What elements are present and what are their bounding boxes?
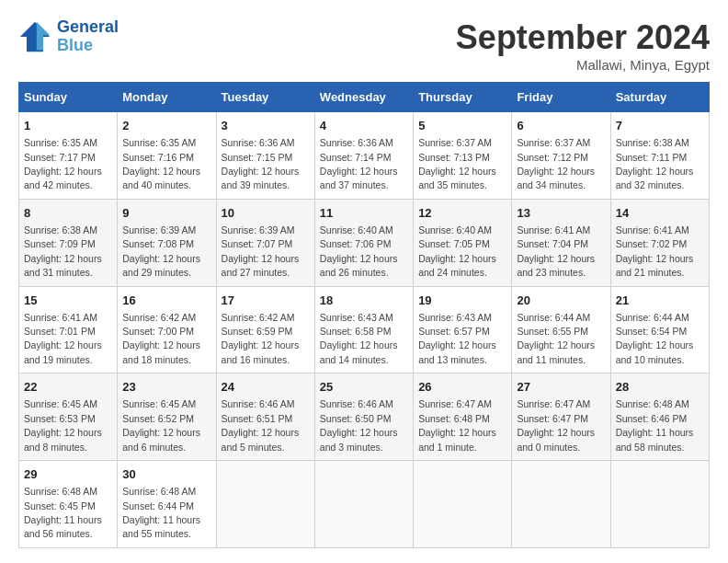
calendar-cell: 5 Sunrise: 6:37 AMSunset: 7:13 PMDayligh… xyxy=(414,112,512,200)
day-info: Sunrise: 6:47 AMSunset: 6:48 PMDaylight:… xyxy=(418,398,496,452)
calendar-cell: 12 Sunrise: 6:40 AMSunset: 7:05 PMDaylig… xyxy=(414,199,512,286)
day-number: 15 xyxy=(24,293,112,309)
month-title: September 2024 xyxy=(456,18,710,57)
day-number: 21 xyxy=(616,293,704,309)
weekday-header: Sunday xyxy=(19,83,118,112)
day-info: Sunrise: 6:44 AMSunset: 6:54 PMDaylight:… xyxy=(616,312,694,365)
day-info: Sunrise: 6:42 AMSunset: 7:00 PMDaylight:… xyxy=(122,312,200,365)
day-number: 2 xyxy=(122,118,210,134)
day-info: Sunrise: 6:41 AMSunset: 7:04 PMDaylight:… xyxy=(517,224,595,278)
day-info: Sunrise: 6:35 AMSunset: 7:16 PMDaylight:… xyxy=(122,137,200,190)
calendar-cell: 14 Sunrise: 6:41 AMSunset: 7:02 PMDaylig… xyxy=(610,199,709,286)
calendar-cell: 28 Sunrise: 6:48 AMSunset: 6:46 PMDaylig… xyxy=(610,373,709,461)
title-block: September 2024 Mallawi, Minya, Egypt xyxy=(456,18,710,73)
day-info: Sunrise: 6:42 AMSunset: 6:59 PMDaylight:… xyxy=(222,312,300,365)
day-number: 8 xyxy=(24,205,112,222)
day-number: 17 xyxy=(222,293,310,309)
calendar-cell: 2 Sunrise: 6:35 AMSunset: 7:16 PMDayligh… xyxy=(118,112,216,200)
weekday-header: Friday xyxy=(512,83,610,112)
day-number: 26 xyxy=(418,379,506,396)
day-number: 3 xyxy=(222,118,310,134)
weekday-header: Monday xyxy=(118,83,216,112)
calendar-cell: 8 Sunrise: 6:38 AMSunset: 7:09 PMDayligh… xyxy=(19,199,118,286)
weekday-header: Tuesday xyxy=(216,83,314,112)
calendar-cell: 27 Sunrise: 6:47 AMSunset: 6:47 PMDaylig… xyxy=(512,373,610,461)
calendar-cell: 6 Sunrise: 6:37 AMSunset: 7:12 PMDayligh… xyxy=(512,112,610,200)
calendar-cell: 15 Sunrise: 6:41 AMSunset: 7:01 PMDaylig… xyxy=(19,286,118,373)
calendar-body: 1 Sunrise: 6:35 AMSunset: 7:17 PMDayligh… xyxy=(19,112,710,548)
calendar-cell: 11 Sunrise: 6:40 AMSunset: 7:06 PMDaylig… xyxy=(314,199,413,286)
svg-marker-0 xyxy=(20,22,50,52)
day-info: Sunrise: 6:48 AMSunset: 6:44 PMDaylight:… xyxy=(122,486,200,539)
day-info: Sunrise: 6:41 AMSunset: 7:01 PMDaylight:… xyxy=(24,312,102,365)
day-info: Sunrise: 6:40 AMSunset: 7:05 PMDaylight:… xyxy=(418,224,496,278)
calendar-week-row: 15 Sunrise: 6:41 AMSunset: 7:01 PMDaylig… xyxy=(19,286,710,373)
day-number: 25 xyxy=(320,379,408,396)
calendar-cell: 30 Sunrise: 6:48 AMSunset: 6:44 PMDaylig… xyxy=(118,461,216,548)
calendar-cell: 4 Sunrise: 6:36 AMSunset: 7:14 PMDayligh… xyxy=(314,112,413,200)
day-info: Sunrise: 6:43 AMSunset: 6:58 PMDaylight:… xyxy=(320,312,398,365)
calendar-cell: 19 Sunrise: 6:43 AMSunset: 6:57 PMDaylig… xyxy=(414,286,512,373)
day-number: 29 xyxy=(24,466,112,483)
logo-icon xyxy=(18,20,51,53)
calendar-cell xyxy=(512,461,610,548)
day-number: 10 xyxy=(222,205,310,222)
day-info: Sunrise: 6:47 AMSunset: 6:47 PMDaylight:… xyxy=(517,398,595,452)
calendar-week-row: 8 Sunrise: 6:38 AMSunset: 7:09 PMDayligh… xyxy=(19,199,710,286)
calendar-cell: 21 Sunrise: 6:44 AMSunset: 6:54 PMDaylig… xyxy=(610,286,709,373)
day-number: 18 xyxy=(320,293,408,309)
calendar-cell: 10 Sunrise: 6:39 AMSunset: 7:07 PMDaylig… xyxy=(216,199,314,286)
day-info: Sunrise: 6:37 AMSunset: 7:12 PMDaylight:… xyxy=(517,137,595,190)
day-info: Sunrise: 6:46 AMSunset: 6:51 PMDaylight:… xyxy=(222,398,300,452)
calendar-cell: 7 Sunrise: 6:38 AMSunset: 7:11 PMDayligh… xyxy=(610,112,709,200)
day-info: Sunrise: 6:38 AMSunset: 7:11 PMDaylight:… xyxy=(616,137,694,190)
weekday-row: SundayMondayTuesdayWednesdayThursdayFrid… xyxy=(19,83,710,112)
day-number: 28 xyxy=(616,379,704,396)
calendar-cell: 9 Sunrise: 6:39 AMSunset: 7:08 PMDayligh… xyxy=(118,199,216,286)
calendar-cell: 20 Sunrise: 6:44 AMSunset: 6:55 PMDaylig… xyxy=(512,286,610,373)
day-number: 14 xyxy=(616,205,704,222)
calendar-cell: 23 Sunrise: 6:45 AMSunset: 6:52 PMDaylig… xyxy=(118,373,216,461)
day-number: 12 xyxy=(418,205,506,222)
day-number: 1 xyxy=(24,118,112,134)
calendar-week-row: 22 Sunrise: 6:45 AMSunset: 6:53 PMDaylig… xyxy=(19,373,710,461)
page-header: General Blue September 2024 Mallawi, Min… xyxy=(18,18,710,73)
weekday-header: Thursday xyxy=(414,83,512,112)
calendar-table: SundayMondayTuesdayWednesdayThursdayFrid… xyxy=(18,82,710,548)
calendar-cell: 13 Sunrise: 6:41 AMSunset: 7:04 PMDaylig… xyxy=(512,199,610,286)
calendar-cell: 26 Sunrise: 6:47 AMSunset: 6:48 PMDaylig… xyxy=(414,373,512,461)
calendar-cell xyxy=(610,461,709,548)
day-info: Sunrise: 6:45 AMSunset: 6:52 PMDaylight:… xyxy=(122,398,200,452)
calendar-cell: 18 Sunrise: 6:43 AMSunset: 6:58 PMDaylig… xyxy=(314,286,413,373)
calendar-cell: 3 Sunrise: 6:36 AMSunset: 7:15 PMDayligh… xyxy=(216,112,314,200)
calendar-cell xyxy=(414,461,512,548)
day-info: Sunrise: 6:43 AMSunset: 6:57 PMDaylight:… xyxy=(418,312,496,365)
calendar-cell: 29 Sunrise: 6:48 AMSunset: 6:45 PMDaylig… xyxy=(19,461,118,548)
day-info: Sunrise: 6:39 AMSunset: 7:08 PMDaylight:… xyxy=(122,224,200,278)
day-number: 22 xyxy=(24,379,112,396)
day-number: 16 xyxy=(122,293,210,309)
weekday-header: Saturday xyxy=(610,83,709,112)
calendar-cell: 22 Sunrise: 6:45 AMSunset: 6:53 PMDaylig… xyxy=(19,373,118,461)
day-info: Sunrise: 6:39 AMSunset: 7:07 PMDaylight:… xyxy=(222,224,300,278)
weekday-header: Wednesday xyxy=(314,83,413,112)
day-number: 5 xyxy=(418,118,506,134)
day-info: Sunrise: 6:46 AMSunset: 6:50 PMDaylight:… xyxy=(320,398,398,452)
calendar-cell: 1 Sunrise: 6:35 AMSunset: 7:17 PMDayligh… xyxy=(19,112,118,200)
calendar-cell: 24 Sunrise: 6:46 AMSunset: 6:51 PMDaylig… xyxy=(216,373,314,461)
day-info: Sunrise: 6:41 AMSunset: 7:02 PMDaylight:… xyxy=(616,224,694,278)
day-info: Sunrise: 6:38 AMSunset: 7:09 PMDaylight:… xyxy=(24,224,102,278)
day-number: 7 xyxy=(616,118,704,134)
calendar-cell: 25 Sunrise: 6:46 AMSunset: 6:50 PMDaylig… xyxy=(314,373,413,461)
calendar-cell: 17 Sunrise: 6:42 AMSunset: 6:59 PMDaylig… xyxy=(216,286,314,373)
day-info: Sunrise: 6:40 AMSunset: 7:06 PMDaylight:… xyxy=(320,224,398,278)
calendar-cell xyxy=(314,461,413,548)
day-number: 23 xyxy=(122,379,210,396)
day-number: 27 xyxy=(517,379,605,396)
calendar-week-row: 29 Sunrise: 6:48 AMSunset: 6:45 PMDaylig… xyxy=(19,461,710,548)
day-info: Sunrise: 6:45 AMSunset: 6:53 PMDaylight:… xyxy=(24,398,102,452)
day-number: 11 xyxy=(320,205,408,222)
calendar-cell: 16 Sunrise: 6:42 AMSunset: 7:00 PMDaylig… xyxy=(118,286,216,373)
day-number: 24 xyxy=(222,379,310,396)
day-number: 13 xyxy=(517,205,605,222)
